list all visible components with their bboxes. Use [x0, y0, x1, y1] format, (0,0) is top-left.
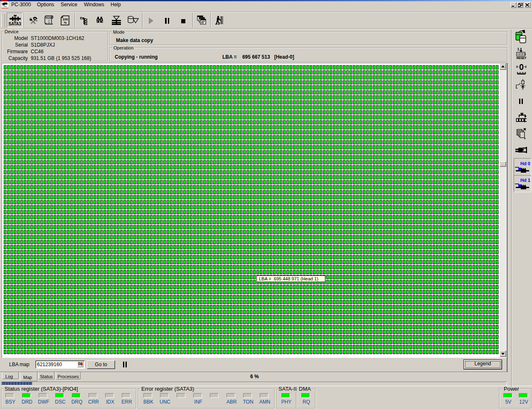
svg-text:1: 1 [517, 47, 520, 51]
svg-text:%: % [64, 21, 66, 25]
svg-text:0: 0 [519, 63, 524, 72]
svg-text:01101: 01101 [45, 16, 53, 19]
svg-text:RESET: RESET [517, 56, 527, 59]
